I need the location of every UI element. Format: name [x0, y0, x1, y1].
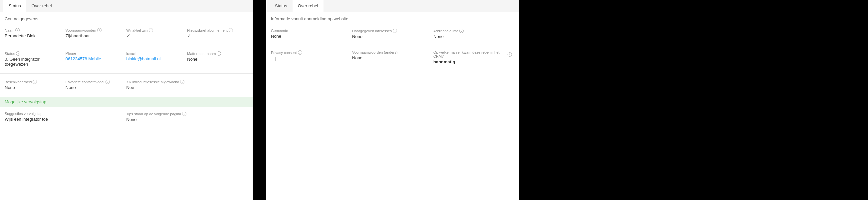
- label-naam: Naam i: [5, 28, 63, 32]
- label-favoriete: Favoriete contactmiddel i: [66, 80, 124, 84]
- label-additionele: Additionele info i: [433, 29, 512, 33]
- value-wil-aktief: ✓: [126, 33, 185, 38]
- value-op-welke-manier: handmatig: [433, 59, 512, 64]
- info-wil-aktief[interactable]: i: [149, 28, 153, 32]
- value-favoriete: None: [66, 85, 124, 90]
- field-op-welke-manier: Op welke manier kwam deze rebel in het C…: [433, 48, 515, 66]
- field-tips: Tips staan op de volgende pagina i None: [126, 110, 248, 124]
- field-phone: Phone 061234578 Mobile: [66, 49, 126, 69]
- info-xr-intro[interactable]: i: [180, 80, 184, 84]
- info-fields-row1: Gemeente None Doorgegeven interesses i N…: [266, 24, 519, 46]
- label-xr-intro: XR introductiesessie bijgewoond i: [126, 80, 246, 84]
- label-voornaamwoorden: Voornaamwoorden i: [66, 28, 124, 32]
- value-xr-intro: Nee: [126, 85, 246, 90]
- value-voornaamwoorden: Zij/haar/haar: [66, 33, 124, 38]
- field-nieuwsbrief: Nieuwsbrief abonnement i ✓: [187, 26, 248, 40]
- field-email: Email blokie@hotmail.nl: [126, 49, 187, 69]
- value-status: 0. Geen integrator toegewezen: [5, 57, 63, 67]
- contact-section-title: Contactgegevens: [0, 12, 253, 23]
- value-beschikbaarheid: None: [5, 85, 63, 90]
- label-phone: Phone: [66, 51, 124, 55]
- value-privacy[interactable]: [271, 56, 349, 62]
- field-doorgegeven: Doorgegeven interesses i None: [352, 27, 433, 41]
- label-op-welke-manier: Op welke manier kwam deze rebel in het C…: [433, 50, 512, 58]
- label-status: Status i: [5, 51, 63, 56]
- vervolgstap-header: Mogelijke vervolgstap: [0, 97, 253, 107]
- field-voornaamwoorden-anders: Voornaamwoorden (anders) None: [352, 48, 433, 66]
- info-favoriete[interactable]: i: [105, 80, 110, 84]
- contact-fields-row2: Status i 0. Geen integrator toegewezen P…: [0, 47, 253, 73]
- field-xr-intro: XR introductiesessie bijgewoond i Nee: [126, 78, 248, 92]
- info-naam[interactable]: i: [15, 28, 20, 32]
- label-nieuwsbrief: Nieuwsbrief abonnement i: [187, 28, 245, 32]
- info-tips[interactable]: i: [182, 112, 186, 116]
- label-gemeente: Gemeente: [271, 29, 349, 33]
- label-suggesties: Suggesties vervolgstap: [5, 112, 124, 116]
- value-phone[interactable]: 061234578 Mobile: [66, 56, 124, 61]
- info-section-title: Informatie vanuit aanmelding op website: [266, 12, 519, 24]
- info-nieuwsbrief[interactable]: i: [229, 28, 233, 32]
- field-favoriete: Favoriete contactmiddel i None: [66, 78, 126, 92]
- left-panel: Status Over rebel Contactgegevens Naam i…: [0, 0, 253, 200]
- info-mattermost[interactable]: i: [217, 51, 221, 56]
- privacy-checkbox[interactable]: [271, 57, 276, 61]
- vervolgstap-fields: Suggesties vervolgstap Wijs een integrat…: [0, 107, 253, 128]
- label-wil-aktief: Wil aktief zijn i: [126, 28, 185, 32]
- label-privacy: Privacy consent i: [271, 50, 349, 55]
- info-privacy[interactable]: i: [298, 50, 302, 55]
- left-tabs: Status Over rebel: [0, 0, 253, 12]
- label-beschikbaarheid: Beschikbaarheid i: [5, 80, 63, 84]
- value-suggesties: Wijs een integrator toe: [5, 117, 124, 122]
- contact-fields-row3: Beschikbaarheid i None Favoriete contact…: [0, 75, 253, 97]
- tab-over-rebel-right[interactable]: Over rebel: [292, 0, 323, 12]
- label-doorgegeven: Doorgegeven interesses i: [352, 29, 431, 33]
- tab-status-right[interactable]: Status: [270, 0, 292, 12]
- info-beschikbaarheid[interactable]: i: [33, 80, 37, 84]
- field-suggesties: Suggesties vervolgstap Wijs een integrat…: [5, 110, 126, 124]
- value-tips: None: [126, 117, 246, 122]
- divider-1: [0, 45, 253, 45]
- tab-status-left[interactable]: Status: [3, 0, 26, 12]
- tab-over-rebel-left[interactable]: Over rebel: [26, 0, 57, 12]
- info-op-welke-manier[interactable]: i: [507, 52, 512, 57]
- value-additionele: None: [433, 34, 512, 39]
- contact-fields-row1: Naam i Bernadette Blok Voornaamwoorden i…: [0, 23, 253, 45]
- field-naam: Naam i Bernadette Blok: [5, 26, 66, 40]
- value-voornaamwoorden-anders: None: [352, 55, 431, 60]
- field-privacy: Privacy consent i: [271, 48, 352, 66]
- value-email[interactable]: blokie@hotmail.nl: [126, 56, 185, 61]
- right-panel: Status Over rebel Informatie vanuit aanm…: [266, 0, 519, 200]
- info-status[interactable]: i: [16, 51, 20, 56]
- label-email: Email: [126, 51, 185, 55]
- field-gemeente: Gemeente None: [271, 27, 352, 41]
- field-wil-aktief: Wil aktief zijn i ✓: [126, 26, 187, 40]
- value-naam: Bernadette Blok: [5, 33, 63, 38]
- field-status: Status i 0. Geen integrator toegewezen: [5, 49, 66, 69]
- info-doorgegeven[interactable]: i: [393, 29, 397, 33]
- info-voornaamwoorden[interactable]: i: [97, 28, 101, 32]
- label-voornaamwoorden-anders: Voornaamwoorden (anders): [352, 50, 431, 54]
- right-tabs: Status Over rebel: [266, 0, 519, 12]
- value-mattermost: None: [187, 57, 245, 62]
- label-mattermost: Mattermost-naam i: [187, 51, 245, 56]
- value-doorgegeven: None: [352, 34, 431, 39]
- info-additionele[interactable]: i: [459, 29, 464, 33]
- value-gemeente: None: [271, 34, 349, 39]
- info-fields-row2: Privacy consent i Voornaamwoorden (ander…: [266, 46, 519, 71]
- divider-2: [0, 73, 253, 74]
- value-nieuwsbrief: ✓: [187, 33, 245, 38]
- field-mattermost: Mattermost-naam i None: [187, 49, 248, 69]
- black-area: [519, 0, 868, 200]
- field-voornaamwoorden: Voornaamwoorden i Zij/haar/haar: [66, 26, 126, 40]
- field-beschikbaarheid: Beschikbaarheid i None: [5, 78, 66, 92]
- field-additionele: Additionele info i None: [433, 27, 515, 41]
- label-tips: Tips staan op de volgende pagina i: [126, 112, 246, 116]
